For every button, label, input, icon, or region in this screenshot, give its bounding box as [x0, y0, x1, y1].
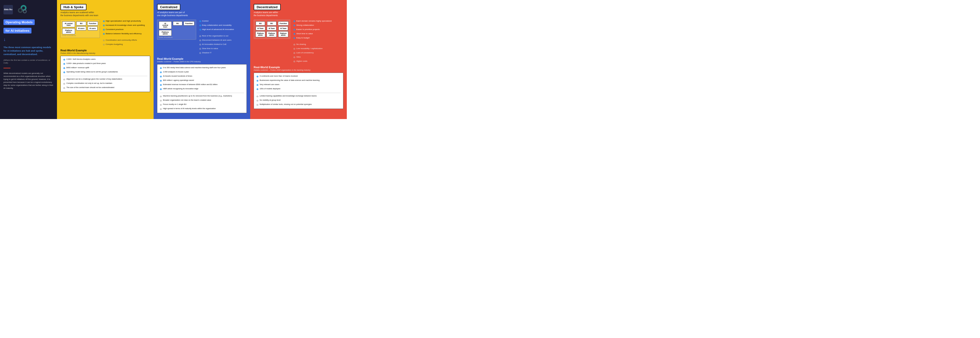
cent-plus-3: ⊕ [199, 28, 201, 32]
decentralized-header: Decentralized Analytics teams are within… [254, 4, 344, 17]
plus-icon-2: ⊕ [103, 24, 105, 27]
cent-con-2: ⊖ Disconnect between AI and users [199, 39, 247, 42]
hub-spoke-section: Hub & Spoke Analytics teams are scattere… [57, 0, 154, 119]
cent-con-4: ⊖ Slow time to value [199, 47, 247, 51]
cent-con-1: ⊖ Rest of the organisation is out [199, 35, 247, 38]
cent-plus-2: ⊕ [199, 24, 201, 27]
decentralized-pros-list: ⊕ Each domain remains highly specialized… [293, 19, 344, 63]
dec-minus-2: ⊖ [293, 47, 295, 51]
dec-plus-2: ⊕ [293, 24, 295, 27]
hub-pro-4: ⊕ Balance between flexibility and effici… [103, 32, 150, 36]
cent-plus-1: ⊕ [199, 19, 201, 23]
hub-pro-3: ⊕ Consistent practices [103, 28, 150, 32]
dec-con-1: ⊖ No sharing [293, 43, 344, 46]
decentralized-upper: BU AI Team Platform admin BU AI Team Pla… [254, 19, 344, 63]
rwe-minus-2: ⊖ [63, 82, 65, 86]
hub-rwe-box: ⊕ 2,000+ Self-Service Analytics users ⊕ … [60, 56, 150, 92]
dec-con-2: ⊖ Low reusability / capitalization [293, 47, 344, 51]
hub-rwe-subtitle: Forbes 2000 in the Manufacturing industr… [60, 52, 150, 54]
dec-rwe-plus-1: ⊕ [256, 75, 258, 78]
dec-function: Function [278, 21, 289, 26]
cent-coe-label: Center of Excellence [159, 37, 194, 38]
dec-pro-4: ⊕ Short time to value [293, 32, 344, 36]
svg-point-1 [22, 6, 25, 10]
minus-icon-2: ⊖ [103, 43, 105, 46]
cent-central-box: AI central team [159, 21, 172, 29]
cent-rwe-plus-1: ⊕ [160, 67, 162, 70]
dataiku-logo: data iku [3, 5, 13, 14]
cent-platform-box: Platform admin [159, 30, 172, 36]
title-badge-line1: Operating Models [3, 20, 54, 24]
divider [3, 68, 10, 69]
decentralized-diagram: BU AI Team Platform admin BU AI Team Pla… [254, 19, 290, 63]
gear-icon [15, 3, 29, 16]
dec-ai-team-2: AI Team [267, 26, 277, 30]
hub-rwe-con-3: ⊖ The size of the central team should no… [63, 86, 147, 90]
decentralized-title: Decentralized [254, 4, 281, 10]
centralized-pros-cons: ⊕ Control ⊕ Easy collaboration and reusa… [199, 19, 247, 55]
dec-plus-5: ⊕ [293, 37, 295, 40]
hub-rwe-pro-4: ⊕ Operating model being rolled-out to al… [63, 71, 147, 74]
decentralized-rwe-subtitle: Dataiku customer – Forbes 2000 organizat… [254, 69, 344, 71]
cent-rwe-con-3: ⊖ Focus mostly on 1 single BU [160, 103, 244, 107]
centralized-section: Centralized All analytics teams are part… [154, 0, 250, 119]
dec-rwe-plus-4: ⊕ [256, 88, 258, 91]
centralized-rwe-subtitle: Dataiku customer – Forbes 2000 in the CP… [157, 61, 247, 63]
cent-rwe-plus-6: ⊕ [160, 88, 162, 91]
dec-minus-1: ⊖ [293, 43, 295, 46]
svg-point-3 [19, 9, 22, 12]
hub-coe-label: Center of Excellence [62, 35, 98, 36]
hub-subtitle: Analytics teams are scattered within the… [60, 11, 150, 17]
rwe-plus-1: ⊕ [63, 58, 65, 62]
dec-pro-5: ⊕ Easy to budget [293, 37, 344, 40]
cent-rwe-pro-6: ⊕ HBR article recognizing its innovative… [160, 88, 244, 91]
hub-rwe-title: Real-World Example [60, 49, 150, 52]
decentralized-rwe-box: ⊕ 3 continents and more than 10 teams in… [254, 73, 344, 109]
hub-header: Hub & Spoke Analytics teams are scattere… [60, 4, 150, 17]
decentralized-rwe-title: Real-World Example [254, 66, 344, 69]
rwe-plus-4: ⊕ [63, 71, 65, 74]
decentralized-rwe-header: Real-World Example Dataiku customer – Fo… [254, 66, 344, 71]
dec-rwe-minus-2: ⊖ [256, 99, 258, 102]
hub-con-1: ⊖ Coordination and community efforts [103, 39, 150, 42]
hub-rwe-con-1: ⊖ Alignment can be a challenge given the… [63, 78, 147, 81]
hub-rwe-section: Real-World Example Forbes 2000 in the Ma… [60, 49, 150, 115]
hub-upper: AI central team Platform admin BU AI use… [60, 19, 150, 46]
rwe-minus-1: ⊖ [63, 78, 65, 81]
dec-rwe-minus-1: ⊖ [256, 95, 258, 98]
cent-pro-3: ⊕ High level of advanced AI innovation [199, 28, 247, 32]
dec-minus-3: ⊖ [293, 51, 295, 55]
note-text: (Where the first two contain a center of… [3, 59, 54, 64]
intro-text: The three most common operating models f… [3, 46, 54, 56]
centralized-rwe-header: Real-World Example Dataiku customer – Fo… [157, 57, 247, 63]
dec-rwe-con-1: ⊖ Limited training capabilities and know… [256, 95, 340, 98]
centralized-diagram: AI central team Platform admin BU Functi… [157, 19, 196, 55]
hub-pro-1: ⊕ High specialization and high productiv… [103, 19, 150, 23]
dec-con-3: ⊖ Lack of consistency [293, 51, 344, 55]
hub-central-box: AI central team [62, 21, 75, 27]
cent-rwe-pro-5: ⊕ Estimated revenue increase of between … [160, 83, 244, 87]
cent-bu-box: BU [173, 21, 182, 26]
cent-function-box: Function [184, 21, 194, 26]
dec-ai-team-1: AI Team [256, 26, 265, 30]
dec-rwe-pro-2: ⊕ Businesses experiencing the value of d… [256, 79, 340, 83]
cent-minus-1: ⊖ [199, 35, 201, 38]
cent-rwe-minus-4: ⊖ [160, 107, 162, 111]
dec-bu1: BU [256, 21, 265, 26]
centralized-rwe-box: ⊕ 0 to 350 newly hired data science and … [157, 64, 247, 113]
cent-minus-3: ⊖ [199, 43, 201, 46]
hub-ai-users-2: AI users [88, 26, 98, 30]
centralized-pros-list: ⊕ Control ⊕ Easy collaboration and reusa… [199, 19, 247, 55]
body-text: While decentralized models are generally… [3, 72, 54, 90]
plus-icon-1: ⊕ [103, 19, 105, 23]
cent-rwe-minus-3: ⊖ [160, 103, 162, 107]
hub-rwe-header: Real-World Example Forbes 2000 in the Ma… [60, 49, 150, 54]
plus-icon-3: ⊕ [103, 28, 105, 32]
minus-icon-1: ⊖ [103, 39, 105, 42]
dec-rwe-pro-1: ⊕ 3 continents and more than 10 teams in… [256, 75, 340, 78]
rwe-minus-3: ⊖ [63, 86, 65, 90]
hub-ai-users-1: AI users [76, 26, 86, 30]
dec-pro-2: ⊕ Strong collaboration [293, 24, 344, 27]
cent-rwe-plus-2: ⊕ [160, 71, 162, 74]
decentralized-rwe-section: Real-World Example Dataiku customer – Fo… [254, 66, 344, 115]
